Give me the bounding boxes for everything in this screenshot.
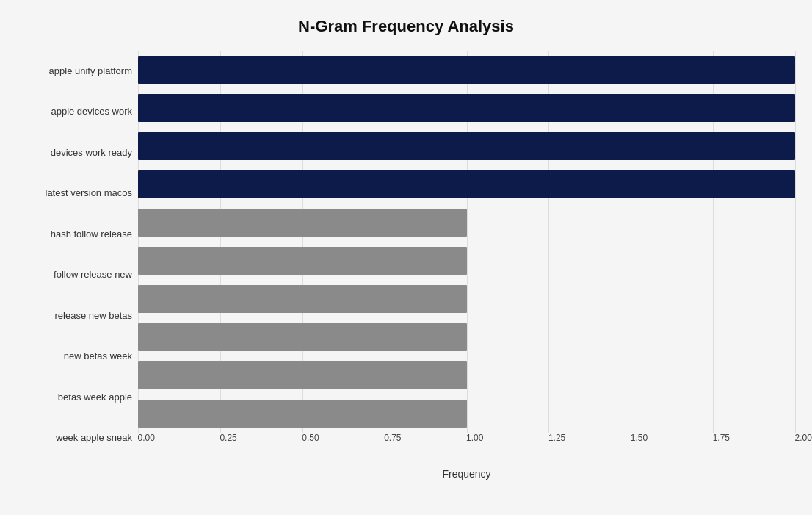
y-label: latest version macos	[17, 174, 132, 212]
y-axis: apple unify platformapple devices workde…	[17, 51, 138, 458]
y-label: apple unify platform	[17, 52, 132, 90]
x-tick-label: 1.50	[631, 433, 631, 443]
y-label: release new betas	[17, 297, 132, 335]
bar-row	[138, 89, 795, 127]
bar-row	[138, 242, 795, 280]
bar	[138, 400, 467, 428]
bar-row	[138, 356, 795, 395]
bar-row	[138, 395, 795, 433]
x-tick-label: 0.50	[302, 433, 302, 443]
chart-title: N-Gram Frequency Analysis	[17, 17, 795, 36]
x-tick-label: 0.75	[384, 433, 385, 443]
bar-row	[138, 204, 795, 242]
bar	[138, 56, 795, 84]
x-tick-label: 0.25	[220, 433, 220, 443]
bar	[138, 132, 795, 160]
x-tick-label: 1.25	[548, 433, 549, 443]
bar-row	[138, 51, 795, 89]
bars-section	[138, 51, 795, 433]
x-tick-label: 1.00	[466, 433, 467, 443]
y-label: week apple sneak	[17, 419, 132, 457]
bar-row	[138, 280, 795, 318]
bar	[138, 323, 467, 351]
y-label: apple devices work	[17, 93, 132, 131]
y-label: devices work ready	[17, 134, 132, 172]
y-label: betas week apple	[17, 378, 132, 417]
x-tick-label: 2.00	[795, 433, 796, 443]
bar-row	[138, 318, 795, 356]
bar	[138, 247, 467, 275]
x-tick-container: 0.000.250.500.751.001.251.501.752.00	[138, 433, 795, 447]
bar	[138, 361, 467, 389]
bar-row	[138, 165, 795, 204]
plot-area: 0.000.250.500.751.001.251.501.752.00 Fre…	[138, 51, 795, 458]
bar	[138, 170, 795, 198]
y-label: hash follow release	[17, 215, 132, 253]
y-label: follow release new	[17, 256, 132, 294]
bar	[138, 94, 795, 122]
grid-line	[795, 51, 796, 433]
bar	[138, 209, 467, 237]
x-tick-label: 0.00	[138, 433, 139, 443]
y-label: new betas week	[17, 337, 132, 375]
x-axis: 0.000.250.500.751.001.251.501.752.00 Fre…	[138, 433, 795, 469]
x-tick-label: 1.75	[713, 433, 714, 443]
bar-row	[138, 127, 795, 165]
bar	[138, 285, 467, 313]
chart-area: apple unify platformapple devices workde…	[17, 51, 795, 458]
chart-container: N-Gram Frequency Analysis apple unify pl…	[2, 2, 810, 513]
x-axis-label: Frequency	[138, 468, 795, 480]
